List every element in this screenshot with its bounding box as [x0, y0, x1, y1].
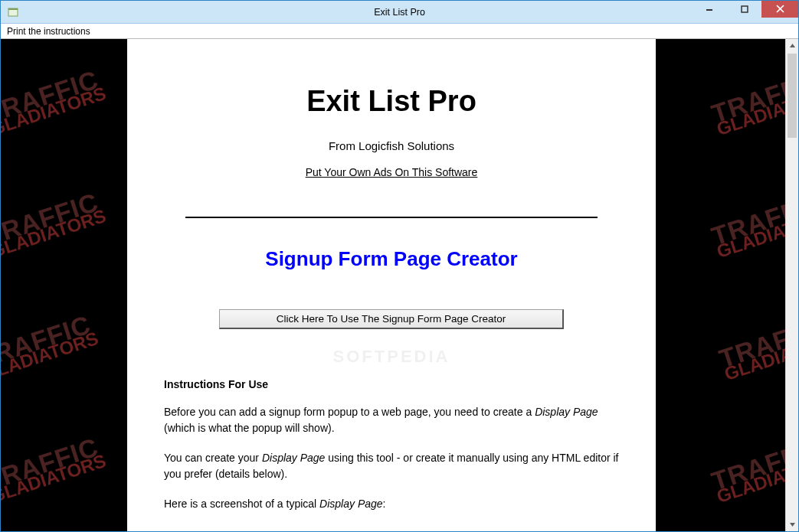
close-button[interactable] [761, 1, 798, 18]
svg-rect-1 [8, 8, 18, 10]
vertical-scrollbar[interactable] [785, 39, 798, 531]
titlebar[interactable]: Exit List Pro [1, 1, 798, 24]
minimize-button[interactable] [691, 1, 726, 18]
content-viewport: TRAFFICGLADIATORS TRAFFICGLADIATORS TRAF… [1, 39, 785, 531]
signup-form-page-creator-button[interactable]: Click Here To Use The Signup Form Page C… [219, 309, 564, 329]
document-page: Exit List Pro From Logicfish Solutions P… [127, 39, 656, 531]
subtitle: From Logicfish Solutions [164, 139, 619, 152]
window-controls [691, 1, 798, 18]
instructions-paragraph-2: You can create your Display Page using t… [164, 450, 619, 482]
client-area: TRAFFICGLADIATORS TRAFFICGLADIATORS TRAF… [1, 39, 798, 531]
svg-rect-3 [742, 6, 748, 12]
ads-link[interactable]: Put Your Own Ads On This Software [164, 166, 619, 178]
instructions-paragraph-1: Before you can add a signup form popup t… [164, 404, 619, 436]
instructions-heading: Instructions For Use [164, 378, 619, 390]
scroll-down-button[interactable] [786, 518, 798, 531]
softpedia-watermark: SOFTPEDIA [333, 347, 450, 367]
application-window: Exit List Pro Print the instructions TRA… [0, 0, 799, 532]
svg-rect-2 [706, 9, 712, 11]
page-title: Exit List Pro [164, 85, 619, 118]
maximize-button[interactable] [726, 1, 761, 18]
menu-print-instructions[interactable]: Print the instructions [4, 25, 93, 38]
menubar: Print the instructions [1, 24, 798, 39]
instructions-paragraph-3: Here is a screenshot of a typical Displa… [164, 496, 619, 512]
scroll-up-button[interactable] [786, 39, 798, 52]
app-icon [7, 6, 19, 18]
window-title: Exit List Pro [1, 7, 798, 18]
section-title: Signup Form Page Creator [164, 247, 619, 271]
divider [185, 217, 598, 218]
scroll-thumb[interactable] [788, 54, 797, 138]
scroll-track[interactable] [786, 52, 798, 518]
